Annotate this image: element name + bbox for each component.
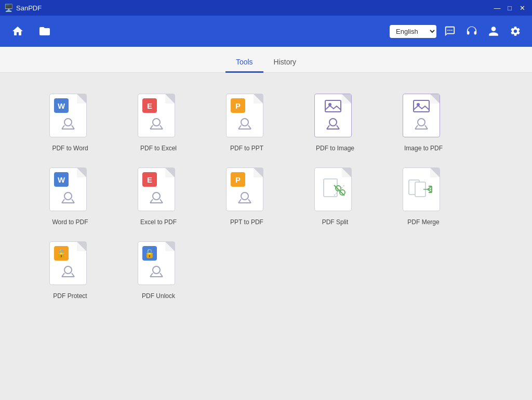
doc-shape: W — [49, 94, 87, 137]
svg-rect-15 — [325, 100, 341, 112]
acrobat-icon — [148, 265, 165, 278]
tool-label: PDF Protect — [53, 292, 87, 300]
home-icon — [11, 25, 24, 37]
svg-line-13 — [248, 125, 251, 129]
tool-label: PDF to PPT — [230, 145, 263, 152]
excel-badge: E — [142, 98, 157, 113]
acrobat-icon — [59, 191, 77, 204]
acrobat-icon — [236, 191, 254, 204]
svg-line-29 — [72, 199, 74, 203]
svg-point-47 — [64, 266, 72, 274]
svg-line-48 — [62, 273, 64, 277]
doc-shape: 🔓 — [138, 241, 175, 285]
doc-shape: W — [49, 167, 87, 211]
user-button[interactable] — [485, 23, 502, 40]
settings-icon — [510, 25, 521, 37]
svg-line-8 — [150, 125, 153, 129]
svg-line-28 — [62, 199, 64, 203]
toolbar: English Chinese Japanese — [0, 16, 532, 47]
minimize-button[interactable]: — — [491, 2, 503, 14]
doc-shape — [403, 94, 440, 137]
settings-button[interactable] — [507, 23, 524, 40]
svg-point-41 — [340, 190, 345, 195]
tool-pdf-merge[interactable]: PDF Merge — [395, 167, 452, 226]
titlebar-left: 🖥️ SanPDF — [4, 4, 42, 12]
acrobat-icon — [59, 265, 77, 278]
folder-button[interactable] — [35, 22, 54, 41]
tool-word-to-pdf[interactable]: W Word to PDF — [42, 167, 99, 226]
tools-row-3: 🔒 PDF Protect — [42, 241, 490, 300]
language-select[interactable]: English Chinese Japanese — [390, 25, 436, 38]
svg-line-52 — [150, 273, 153, 277]
tool-label: PDF to Image — [316, 145, 354, 152]
tool-label: PDF Split — [322, 218, 349, 226]
tool-pdf-protect[interactable]: 🔒 PDF Protect — [42, 241, 99, 300]
tool-label: PPT to PDF — [230, 218, 263, 226]
headset-button[interactable] — [463, 23, 480, 40]
app-icon: 🖥️ — [4, 4, 13, 12]
split-icon-area — [314, 167, 352, 211]
svg-line-32 — [150, 199, 153, 203]
tool-pdf-unlock[interactable]: 🔓 PDF Unlock — [130, 241, 187, 300]
svg-point-27 — [64, 192, 72, 200]
svg-point-17 — [329, 119, 337, 126]
svg-line-24 — [415, 125, 418, 129]
tool-label: PDF Unlock — [142, 292, 175, 300]
ppt-badge2: P — [231, 172, 245, 187]
svg-point-11 — [241, 119, 248, 126]
svg-line-4 — [62, 125, 64, 129]
ppt-badge: P — [231, 98, 245, 113]
svg-point-0 — [447, 30, 448, 31]
excel-badge2: E — [142, 172, 157, 187]
word-badge: W — [54, 98, 69, 113]
tool-label: Word to PDF — [52, 218, 88, 226]
unlock-badge: 🔓 — [142, 246, 157, 261]
tool-pdf-to-image[interactable]: PDF to Image — [307, 94, 364, 152]
svg-line-37 — [248, 199, 251, 203]
doc-shape: E — [138, 94, 175, 137]
folder-icon — [38, 25, 51, 37]
doc-shape: P — [226, 94, 263, 137]
toolbar-left — [8, 22, 54, 41]
svg-line-33 — [160, 199, 163, 203]
acrobat-icon — [59, 117, 77, 131]
split-icon — [320, 178, 347, 201]
maximize-button[interactable]: □ — [504, 2, 515, 14]
acrobat-icon — [148, 191, 165, 204]
tool-excel-to-pdf[interactable]: E Excel to PDF — [130, 167, 187, 226]
tab-history[interactable]: History — [263, 53, 307, 73]
svg-line-12 — [238, 125, 241, 129]
svg-line-36 — [238, 199, 241, 203]
svg-point-35 — [241, 192, 248, 200]
message-button[interactable] — [442, 23, 458, 40]
doc-shape: P — [226, 167, 263, 211]
tools-grid: W PDF to Word — [42, 94, 490, 310]
protect-badge: 🔒 — [54, 246, 69, 261]
svg-line-9 — [160, 125, 163, 129]
svg-point-31 — [153, 192, 160, 200]
tool-label: PDF to Word — [52, 145, 88, 152]
tool-ppt-to-pdf[interactable]: P PPT to PDF — [218, 167, 275, 226]
close-button[interactable]: ✕ — [516, 2, 528, 14]
main-content: W PDF to Word — [0, 73, 532, 400]
tool-label: Excel to PDF — [140, 218, 177, 226]
tool-pdf-to-ppt[interactable]: P PDF to PPT — [218, 94, 275, 152]
message-icon — [444, 25, 456, 37]
home-button[interactable] — [8, 22, 27, 41]
merge-icon-area — [403, 167, 440, 211]
titlebar: 🖥️ SanPDF — □ ✕ — [0, 0, 532, 16]
toolbar-right: English Chinese Japanese — [390, 23, 524, 40]
tool-label: Image to PDF — [404, 145, 443, 152]
tool-pdf-to-word[interactable]: W PDF to Word — [42, 94, 99, 152]
tool-pdf-to-excel[interactable]: E PDF to Excel — [130, 94, 187, 152]
tool-image-to-pdf[interactable]: Image to PDF — [395, 94, 452, 152]
tab-tools[interactable]: Tools — [225, 53, 263, 73]
tool-pdf-split[interactable]: PDF Split — [307, 167, 364, 226]
tabs-bar: Tools History — [0, 47, 532, 73]
headset-icon — [466, 25, 477, 37]
tool-label: PDF Merge — [407, 218, 439, 226]
merge-icon — [408, 178, 435, 201]
tools-row-2: W Word to PDF — [42, 167, 490, 226]
tool-label: PDF to Excel — [140, 145, 177, 152]
svg-point-3 — [64, 119, 72, 126]
